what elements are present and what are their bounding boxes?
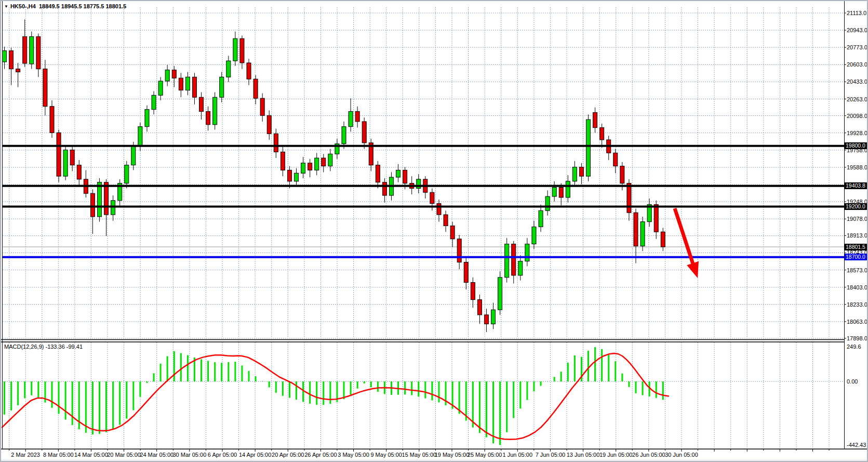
macd-histogram-bar xyxy=(316,381,317,405)
price-axis-label: 19078.0 xyxy=(847,216,867,222)
candle-down xyxy=(654,205,658,232)
macd-histogram-bar xyxy=(642,381,644,395)
candle-down xyxy=(50,107,54,133)
macd-histogram-bar xyxy=(282,381,284,396)
macd-axis-zero: 0.00 xyxy=(847,378,858,385)
candle-down xyxy=(512,244,516,275)
price-axis-label: 20943.0 xyxy=(847,27,867,33)
macd-histogram-bar xyxy=(302,381,304,402)
candle-up xyxy=(125,165,129,183)
candle-down xyxy=(464,262,468,283)
candle-up xyxy=(491,310,496,324)
candle-up xyxy=(572,167,577,181)
macd-histogram-bar xyxy=(132,381,134,410)
macd-histogram-bar xyxy=(10,381,12,411)
candle-down xyxy=(430,192,434,203)
candle-down xyxy=(579,167,583,177)
candle-down xyxy=(192,77,196,97)
macd-histogram-bar xyxy=(343,381,345,399)
price-axis-label: 20433.0 xyxy=(847,78,867,85)
candle-down xyxy=(620,166,624,183)
candle-down xyxy=(593,112,597,127)
candle-up xyxy=(539,210,543,227)
macd-histogram-bar xyxy=(329,381,331,404)
candle-up xyxy=(498,278,502,310)
macd-histogram-bar xyxy=(4,381,5,415)
macd-histogram-bar xyxy=(492,381,494,443)
candle-down xyxy=(23,36,27,63)
price-line-badge-19800: 19800.0 xyxy=(845,142,868,149)
candlestick-chart-canvas[interactable] xyxy=(1,1,868,462)
candle-down xyxy=(179,78,183,90)
macd-histogram-bar xyxy=(350,381,352,394)
candle-down xyxy=(36,36,41,69)
candle-down xyxy=(457,239,461,262)
candle-down xyxy=(70,150,74,165)
macd-histogram-bar xyxy=(323,381,324,405)
macd-histogram-bar xyxy=(51,381,52,408)
chart-ohlc-values: 18849.5 18945.5 18775.5 18801.5 xyxy=(39,3,126,9)
candle-down xyxy=(57,133,61,176)
candle-up xyxy=(131,146,136,165)
candle-up xyxy=(213,97,217,125)
macd-histogram-bar xyxy=(594,347,596,381)
macd-histogram-bar xyxy=(173,351,175,381)
price-line-badge-19403: 19403.8 xyxy=(845,182,868,189)
candle-down xyxy=(9,51,14,69)
macd-histogram-bar xyxy=(167,356,168,381)
macd-histogram-bar xyxy=(635,381,637,393)
candle-up xyxy=(417,179,421,189)
macd-histogram-bar xyxy=(486,381,487,438)
macd-histogram-bar xyxy=(289,381,290,398)
candle-down xyxy=(16,69,20,72)
macd-histogram-bar xyxy=(248,371,250,381)
candle-down xyxy=(600,128,604,140)
candle-down xyxy=(382,182,386,195)
macd-histogram-bar xyxy=(418,381,419,397)
macd-histogram-bar xyxy=(411,381,412,395)
candle-up xyxy=(586,120,591,176)
macd-histogram-bar xyxy=(241,365,243,381)
candle-down xyxy=(559,187,563,197)
candle-down xyxy=(240,38,244,63)
macd-histogram-bar xyxy=(72,381,73,425)
macd-histogram-bar xyxy=(364,381,365,384)
candles-layer xyxy=(3,19,665,332)
macd-histogram-bar xyxy=(540,381,542,386)
price-axis-label: 20098.0 xyxy=(847,113,867,119)
macd-histogram-bar xyxy=(207,361,209,381)
macd-histogram-bar xyxy=(126,381,127,419)
candle-down xyxy=(206,111,210,124)
macd-histogram-bar xyxy=(615,361,616,381)
symbol-dropdown-icon[interactable]: ▼ xyxy=(4,4,8,10)
chart-header: ▼HK50-,H4 18849.5 18945.5 18775.5 18801.… xyxy=(4,3,126,10)
macd-axis-max: 249.6 xyxy=(847,344,861,350)
macd-histogram-bar xyxy=(146,381,148,383)
macd-histogram-bar xyxy=(431,381,433,400)
candle-up xyxy=(328,154,332,166)
macd-histogram-bar xyxy=(513,381,514,418)
macd-histogram-bar xyxy=(24,381,25,398)
price-axis-label: 21113.0 xyxy=(847,10,866,16)
candle-down xyxy=(253,79,258,98)
candle-up xyxy=(138,127,142,146)
macd-histogram-bar xyxy=(357,381,358,389)
price-axis-label: 20773.0 xyxy=(847,44,867,50)
candle-down xyxy=(322,158,326,166)
macd-histogram-bar xyxy=(105,381,107,432)
macd-histogram-bar xyxy=(112,381,114,429)
macd-histogram-bar xyxy=(608,355,609,381)
candle-up xyxy=(640,222,645,246)
macd-histogram-bar xyxy=(99,381,100,434)
macd-histogram-bar xyxy=(228,362,229,381)
macd-histogram-bar xyxy=(438,381,439,402)
current-price-badge: 18801.5 xyxy=(845,244,868,250)
macd-histogram-bar xyxy=(404,381,406,394)
candle-up xyxy=(518,261,523,275)
candle-down xyxy=(308,163,312,170)
price-axis-label: 17898.0 xyxy=(847,335,867,341)
candle-down xyxy=(77,165,81,179)
macd-indicator-label: MACD(12,26,9) -133.36 -99.41 xyxy=(4,344,83,350)
candle-down xyxy=(444,215,448,226)
macd-histogram-bar xyxy=(662,381,664,400)
